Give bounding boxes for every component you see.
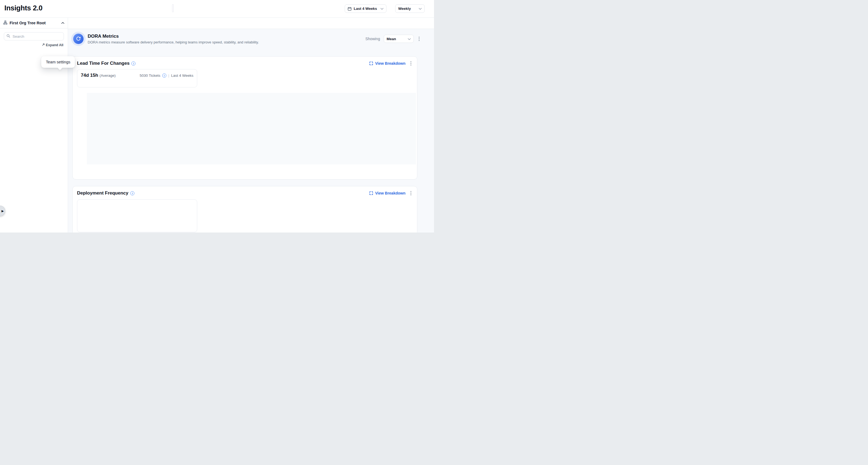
showing-dropdown[interactable]: Mean	[384, 35, 414, 43]
dora-subtitle: DORA metrics measure software delivery p…	[88, 40, 259, 44]
period-dropdown[interactable]: Last 4 Weeks	[345, 4, 386, 13]
org-tree-sidebar: First Org Tree Root Expand All Team sett…	[0, 18, 68, 232]
insights-dashboard: Insights 2.0 Last 4 Weeks Weekly First O…	[0, 0, 434, 232]
tab-bar	[68, 18, 434, 29]
lead-time-panel-header: Lead Time For Changes i View Breakdown	[77, 60, 413, 67]
sidebar-header: First Org Tree Root	[0, 18, 68, 28]
deployment-frequency-menu-button[interactable]	[409, 190, 413, 196]
summary-period: Last 4 Weeks	[171, 73, 193, 78]
lead-time-panel: Lead Time For Changes i View Breakdown 7…	[72, 56, 417, 180]
main-content: DORA Metrics DORA metrics measure softwa…	[68, 18, 434, 232]
lead-time-summary-bar	[81, 81, 193, 84]
separator: |	[168, 73, 169, 78]
search-box[interactable]	[4, 32, 64, 40]
info-icon[interactable]: i	[130, 191, 134, 195]
summary-row: 74d 15h (Average) 5030 Tickets i | Last …	[81, 73, 193, 78]
expand-all-label: Expand All	[46, 43, 63, 47]
dora-controls: Showing Mean	[366, 35, 421, 43]
summary-tickets: 5030 Tickets	[140, 73, 160, 78]
view-breakdown-button[interactable]: View Breakdown	[369, 61, 405, 66]
page-title: Insights 2.0	[4, 4, 42, 12]
team-settings-tooltip: Team settings	[41, 56, 75, 68]
chevron-down-icon	[380, 6, 383, 11]
expand-all-button[interactable]: Expand All	[4, 43, 63, 47]
chevron-down-icon	[408, 37, 411, 41]
calendar-icon	[348, 7, 351, 11]
chart-plot-area	[87, 93, 416, 164]
sidebar-title: First Org Tree Root	[9, 21, 45, 25]
showing-label: Showing	[366, 37, 380, 41]
deployment-frequency-header: Deployment Frequency i View Breakdown	[77, 190, 413, 197]
summary-meta: 5030 Tickets i | Last 4 Weeks	[140, 73, 193, 78]
expand-corners-icon	[369, 61, 373, 65]
dora-title: DORA Metrics	[88, 34, 259, 39]
expand-all-icon	[42, 43, 45, 47]
info-icon[interactable]: i	[131, 61, 135, 66]
lead-time-title: Lead Time For Changes	[77, 61, 129, 66]
dora-header: DORA Metrics DORA metrics measure softwa…	[72, 32, 417, 46]
view-breakdown-label: View Breakdown	[375, 61, 405, 66]
deployment-frequency-summary-card	[77, 199, 197, 232]
deployment-frequency-title: Deployment Frequency	[77, 190, 128, 196]
view-breakdown-label: View Breakdown	[375, 191, 405, 195]
dora-metrics-icon	[73, 34, 84, 44]
search-icon	[6, 34, 10, 39]
search-input[interactable]	[12, 34, 61, 39]
collapse-sidebar-icon[interactable]	[61, 22, 64, 24]
org-tree-toggle	[172, 4, 174, 12]
deployment-frequency-panel: Deployment Frequency i View Breakdown	[72, 186, 417, 232]
play-arrow-icon: ▶	[2, 209, 4, 213]
lead-time-summary-card: 74d 15h (Average) 5030 Tickets i | Last …	[77, 69, 197, 87]
granularity-dropdown[interactable]: Weekly	[395, 4, 425, 13]
summary-qualifier: (Average)	[99, 73, 116, 78]
deployment-frequency-summary-bar	[79, 202, 195, 205]
chevron-down-icon	[419, 6, 422, 11]
chart-x-labels	[87, 164, 416, 173]
dora-titles: DORA Metrics DORA metrics measure softwa…	[88, 34, 259, 44]
showing-value: Mean	[387, 37, 396, 41]
summary-value: 74d 15h	[81, 73, 98, 78]
chart-legend	[77, 174, 413, 176]
period-value: Last 4 Weeks	[354, 6, 377, 11]
content-area: DORA Metrics DORA metrics measure softwa…	[72, 32, 417, 232]
dora-menu-button[interactable]	[417, 35, 421, 42]
org-tree-icon	[3, 21, 7, 26]
lead-time-chart	[87, 93, 416, 164]
expand-corners-icon	[369, 191, 373, 195]
granularity-value: Weekly	[398, 6, 411, 11]
view-breakdown-button[interactable]: View Breakdown	[369, 191, 405, 195]
lead-time-menu-button[interactable]	[409, 60, 413, 67]
top-bar: Insights 2.0 Last 4 Weeks Weekly	[0, 0, 434, 18]
info-icon[interactable]: i	[162, 73, 166, 78]
